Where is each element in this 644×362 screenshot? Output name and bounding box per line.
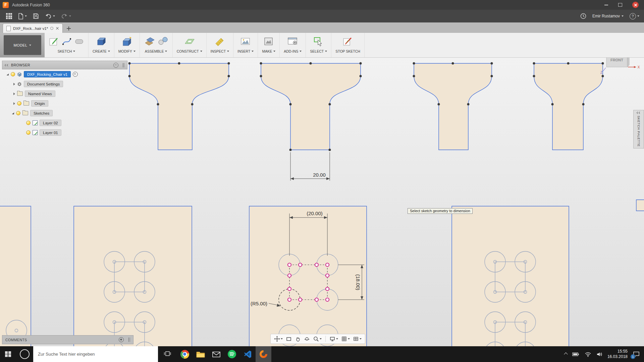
collapse-panel-icon[interactable] <box>113 63 118 68</box>
taskbar-clock[interactable]: 15:55 16.03.2018 <box>607 349 628 359</box>
cortana-icon[interactable] <box>20 349 30 359</box>
browser-row-named-views[interactable]: Named Views <box>2 89 127 99</box>
browser-item-label[interactable]: Sketches <box>30 110 53 116</box>
visibility-bulb-icon[interactable] <box>17 101 21 106</box>
browser-row-layer-01[interactable]: Layer 01 <box>2 128 127 137</box>
user-menu[interactable]: Emir Rustamov <box>592 14 624 18</box>
grid-snap-button[interactable] <box>340 336 351 342</box>
start-button[interactable] <box>0 346 16 362</box>
minimize-button[interactable] <box>604 5 608 5</box>
stop-sketch-button[interactable]: STOP SKETCH <box>331 33 365 57</box>
sketch-palette-tab[interactable]: SKETCH PALETTE <box>633 110 644 148</box>
insert-image-icon[interactable] <box>240 36 251 46</box>
battery-icon[interactable] <box>572 352 580 357</box>
speaker-icon[interactable] <box>596 352 602 357</box>
taskbar-app-fusion[interactable] <box>256 346 271 362</box>
root-component-label[interactable]: DXF_Rocking_Chair v1 <box>24 71 71 77</box>
undo-button[interactable] <box>45 13 55 19</box>
stop-sketch-icon[interactable] <box>342 36 353 46</box>
ribbon-group-assemble[interactable]: ASSEMBLE <box>140 33 173 57</box>
ribbon-group-create[interactable]: CREATE <box>89 33 114 57</box>
close-button[interactable] <box>632 2 639 8</box>
file-menu-button[interactable] <box>18 13 27 19</box>
construction-plane-icon[interactable] <box>184 36 195 46</box>
action-center-button[interactable]: 1 <box>633 351 640 358</box>
browser-item-label[interactable]: Named Views <box>25 90 55 97</box>
browser-row-sketches[interactable]: Sketches <box>2 108 127 118</box>
zoom-button[interactable] <box>312 336 323 342</box>
create-sketch-icon[interactable] <box>49 36 59 46</box>
slot-tool-icon[interactable] <box>74 36 84 46</box>
new-tab-button[interactable] <box>67 26 71 31</box>
browser-row-root[interactable]: DXF_Rocking_Chair v1 <box>2 69 127 79</box>
visibility-bulb-icon[interactable] <box>11 72 15 76</box>
comments-bar[interactable]: COMMENTS <box>2 335 133 344</box>
expand-comments-icon[interactable] <box>119 337 124 342</box>
viewports-button[interactable] <box>352 336 363 342</box>
expand-closed-icon[interactable] <box>13 102 15 105</box>
scripts-addins-icon[interactable] <box>287 36 299 46</box>
task-view-button[interactable] <box>163 350 171 358</box>
expand-closed-icon[interactable] <box>13 83 15 85</box>
tray-expand-icon[interactable] <box>564 352 568 356</box>
ribbon-group-select[interactable]: SELECT <box>306 33 331 57</box>
press-pull-icon[interactable] <box>121 36 132 46</box>
make-3dprint-icon[interactable] <box>263 36 274 46</box>
browser-item-label[interactable]: Origin <box>31 100 48 107</box>
orbit-move-button[interactable] <box>273 336 284 342</box>
browser-item-label[interactable]: Layer 01 <box>40 129 61 136</box>
joint-icon[interactable] <box>158 36 168 46</box>
redo-button[interactable] <box>61 13 71 19</box>
extrude-icon[interactable] <box>96 36 107 46</box>
panel-parts[interactable] <box>0 200 644 346</box>
orbit-constrained-button[interactable] <box>303 336 311 342</box>
document-tab[interactable]: DXF_Rock...hair v1* <box>3 23 63 33</box>
browser-row-origin[interactable]: Origin <box>2 99 127 108</box>
save-button[interactable] <box>33 13 39 19</box>
expand-closed-icon[interactable] <box>13 93 15 95</box>
app-grid-button[interactable] <box>6 13 12 19</box>
visibility-bulb-icon[interactable] <box>26 130 31 135</box>
ribbon-group-modify[interactable]: MODIFY <box>114 33 140 57</box>
taskbar-search[interactable] <box>33 346 158 362</box>
ribbon-group-make[interactable]: MAKE <box>258 33 280 57</box>
ribbon-group-sketch[interactable]: SKETCH <box>45 33 89 57</box>
wifi-icon[interactable] <box>585 352 591 357</box>
ribbon-group-inspect[interactable]: INSPECT <box>207 33 234 57</box>
search-input[interactable] <box>37 351 149 357</box>
browser-row-document-settings[interactable]: Document Settings <box>2 79 127 89</box>
close-tab-icon[interactable] <box>56 27 59 30</box>
ribbon-group-addins[interactable]: ADD-INS <box>280 33 306 57</box>
restore-button[interactable] <box>618 3 622 7</box>
workspace-selector[interactable]: MODEL <box>4 35 41 55</box>
panel-grip[interactable] <box>128 338 130 342</box>
new-component-icon[interactable] <box>144 36 155 46</box>
select-cursor-icon[interactable] <box>313 36 324 46</box>
browser-item-label[interactable]: Layer 02 <box>40 120 61 126</box>
browser-item-label[interactable]: Document Settings <box>24 81 63 87</box>
ribbon-group-insert[interactable]: INSERT <box>233 33 258 57</box>
taskbar-app-explorer[interactable] <box>193 346 208 362</box>
look-at-button[interactable] <box>285 336 293 342</box>
visibility-bulb-icon[interactable] <box>26 121 31 125</box>
viewcube-face-label[interactable]: FRONT <box>610 58 623 62</box>
visibility-bulb-icon[interactable] <box>16 111 20 115</box>
measure-icon[interactable] <box>214 36 225 46</box>
taskbar-app-spotify[interactable] <box>224 346 240 362</box>
job-status-clock-icon[interactable] <box>580 13 586 19</box>
taskbar-app-mail[interactable] <box>208 346 224 362</box>
expand-open-icon[interactable] <box>7 73 9 75</box>
browser-row-layer-02[interactable]: Layer 02 <box>2 118 127 128</box>
expand-open-icon[interactable] <box>12 112 14 114</box>
ribbon-group-construct[interactable]: CONSTRUCT <box>173 33 207 57</box>
spline-tool-icon[interactable] <box>62 36 72 46</box>
panel-grip[interactable] <box>123 63 124 67</box>
browser-header[interactable]: BROWSER <box>2 61 127 69</box>
pan-button[interactable] <box>294 336 302 342</box>
find-in-window-icon[interactable] <box>73 72 78 77</box>
chair-profile-parts[interactable] <box>129 63 603 150</box>
help-menu[interactable]: ? <box>630 13 639 19</box>
display-settings-button[interactable] <box>328 336 339 342</box>
collapse-left-icon[interactable] <box>5 64 9 66</box>
taskbar-app-chrome[interactable] <box>177 346 193 362</box>
